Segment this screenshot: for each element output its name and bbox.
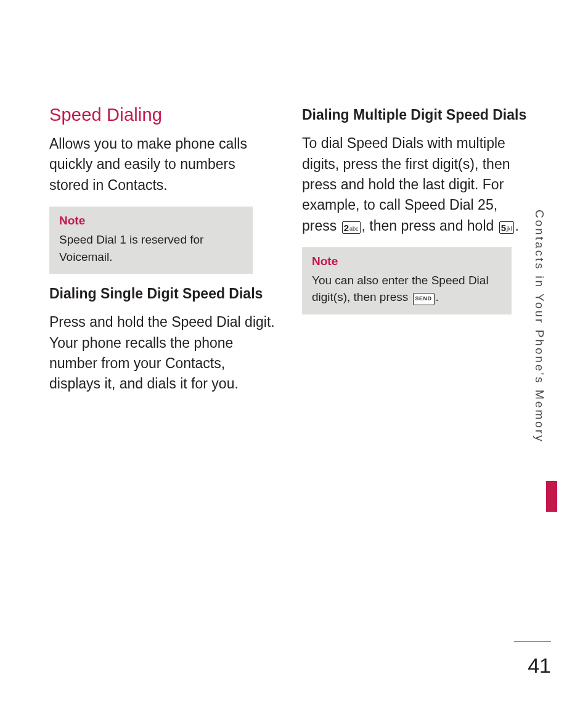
note-text-b: . [436, 290, 439, 303]
key-send-icon: SEND [413, 293, 435, 305]
key-5-icon: 5jkl [499, 221, 514, 234]
section-title: Speed Dialing [49, 105, 277, 125]
note-text: You can also enter the Speed Dial digit(… [312, 272, 502, 306]
note-label: Note [59, 214, 243, 228]
multi-body-c: . [515, 218, 519, 234]
page-rule [514, 641, 551, 642]
page-content: Speed Dialing Allows you to make phone c… [49, 105, 530, 406]
right-column: Dialing Multiple Digit Speed Dials To di… [302, 105, 530, 406]
intro-paragraph: Allows you to make phone calls quickly a… [49, 134, 277, 195]
multi-body: To dial Speed Dials with multiple digits… [302, 133, 530, 236]
key-2-icon: 2abc [342, 221, 361, 234]
note-label: Note [312, 255, 502, 268]
side-tab-marker [546, 481, 557, 512]
page-number: 41 [528, 654, 551, 678]
multi-body-b: , then press and hold [362, 218, 498, 234]
note-text: Speed Dial 1 is reserved for Voicemail. [59, 231, 243, 265]
side-tab: Contacts in Your Phone's Memory [533, 210, 551, 506]
subheading-single: Dialing Single Digit Speed Dials [49, 284, 277, 303]
note-box: Note Speed Dial 1 is reserved for Voicem… [49, 207, 253, 274]
single-body: Press and hold the Speed Dial digit. You… [49, 312, 277, 394]
side-section-label: Contacts in Your Phone's Memory [533, 210, 546, 481]
note-text-a: You can also enter the Speed Dial digit(… [312, 274, 489, 304]
note-box: Note You can also enter the Speed Dial d… [302, 247, 512, 314]
subheading-multi: Dialing Multiple Digit Speed Dials [302, 105, 530, 125]
left-column: Speed Dialing Allows you to make phone c… [49, 105, 277, 406]
